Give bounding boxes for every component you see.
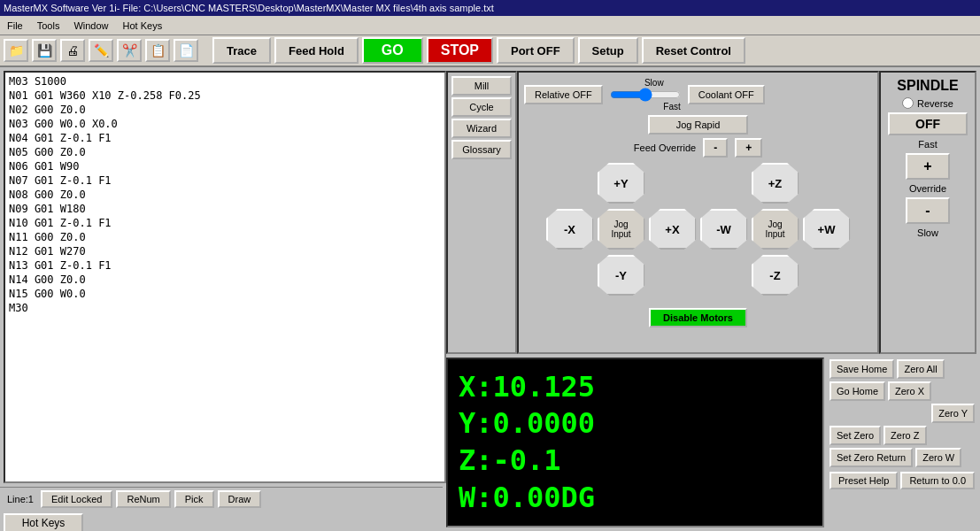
jog-input-right-button[interactable]: JogInput	[752, 209, 799, 250]
edit-locked-button[interactable]: Edit Locked	[41, 490, 112, 508]
minus-x-button[interactable]: -X	[546, 209, 594, 250]
fast-label: Fast	[663, 102, 680, 112]
zero-x-button[interactable]: Zero X	[888, 381, 931, 401]
minus-z-button[interactable]: -Z	[752, 255, 799, 296]
save-home-button[interactable]: Save Home	[830, 359, 894, 379]
code-line-12[interactable]: N12 G01 W270	[7, 244, 443, 258]
spindle-panel: SPINDLE Reverse OFF Fast + Override - Sl…	[879, 71, 976, 354]
jog-rapid-button[interactable]: Jog Rapid	[648, 115, 749, 135]
port-off-button[interactable]: Port OFF	[497, 37, 575, 64]
menu-file[interactable]: File	[4, 19, 27, 32]
feed-override-label: Feed Override	[634, 142, 696, 153]
code-line-4[interactable]: N04 G01 Z-0.1 F1	[7, 131, 443, 145]
code-line-9[interactable]: N09 G01 W180	[7, 202, 443, 216]
stop-button[interactable]: STOP	[427, 37, 493, 64]
reset-control-button[interactable]: Reset Control	[642, 37, 745, 64]
code-line-16[interactable]: M30	[7, 301, 443, 315]
spindle-reverse-row: Reverse	[902, 97, 953, 109]
toolbar: 📁 💾 🖨 ✏️ ✂️ 📋 📄 Trace Feed Hold GO STOP …	[0, 35, 980, 67]
jog-panel: Relative OFF Slow Fast Coolant OFF Jog R…	[517, 71, 879, 354]
spindle-reverse-label: Reverse	[917, 98, 953, 109]
coolant-off-button[interactable]: Coolant OFF	[688, 85, 765, 104]
return-to-zero-button[interactable]: Return to 0.0	[900, 472, 975, 489]
menu-tools[interactable]: Tools	[34, 19, 64, 32]
feed-override-minus[interactable]: -	[703, 138, 728, 158]
code-line-2[interactable]: N02 G00 Z0.0	[7, 103, 443, 117]
draw-button[interactable]: Draw	[218, 490, 262, 508]
menu-bar: File Tools Window Hot Keys	[0, 16, 980, 35]
code-line-0[interactable]: M03 S1000	[7, 74, 443, 88]
spindle-plus-button[interactable]: +	[906, 153, 950, 180]
code-panel-wrapper: M03 S1000 N01 G01 W360 X10 Z-0.258 F0.25…	[0, 67, 443, 531]
zero-y-button[interactable]: Zero Y	[931, 404, 975, 423]
spindle-reverse-radio[interactable]	[902, 97, 914, 109]
code-line-15[interactable]: N15 G00 W0.0	[7, 287, 443, 301]
set-zero-button[interactable]: Set Zero	[830, 426, 881, 445]
setup-button[interactable]: Setup	[578, 37, 638, 64]
code-editor[interactable]: M03 S1000 N01 G01 W360 X10 Z-0.258 F0.25…	[4, 71, 446, 483]
copy-icon-btn[interactable]: 📋	[145, 39, 170, 62]
code-line-8[interactable]: N08 G00 Z0.0	[7, 188, 443, 202]
minus-y-button[interactable]: -Y	[598, 255, 645, 296]
code-line-3[interactable]: N03 G00 W0.0 X0.0	[7, 117, 443, 131]
open-icon-btn[interactable]: 📁	[4, 39, 28, 62]
right-panel: Mill Cycle Wizard Glossary Relative OFF …	[443, 67, 980, 531]
minus-w-button[interactable]: -W	[700, 209, 748, 250]
y-position: Y:0.0000	[459, 405, 812, 442]
feed-hold-button[interactable]: Feed Hold	[274, 37, 359, 64]
paste-icon-btn[interactable]: 📄	[174, 39, 198, 62]
save-icon-btn[interactable]: 💾	[32, 39, 57, 62]
renum-button[interactable]: ReNum	[116, 490, 170, 508]
plus-y-button[interactable]: +Y	[598, 163, 645, 204]
disable-motors-button[interactable]: Disable Motors	[649, 308, 747, 327]
hot-keys-button[interactable]: Hot Keys	[4, 513, 83, 531]
spindle-title: SPINDLE	[897, 78, 958, 94]
slow-fast-slider[interactable]	[610, 88, 681, 102]
preset-help-button[interactable]: Preset Help	[830, 472, 898, 489]
code-line-11[interactable]: N11 G00 Z0.0	[7, 230, 443, 244]
title-text: MasterMX Software Ver 1i- File: C:\Users…	[4, 3, 494, 13]
plus-z-button[interactable]: +Z	[752, 163, 799, 204]
plus-w-button[interactable]: +W	[803, 209, 851, 250]
zero-all-button[interactable]: Zero All	[897, 359, 944, 379]
glossary-button[interactable]: Glossary	[451, 140, 512, 159]
cut-icon-btn[interactable]: ✂️	[117, 39, 142, 62]
trace-button[interactable]: Trace	[212, 37, 271, 64]
spindle-off-button[interactable]: OFF	[888, 112, 968, 135]
jog-input-left-button[interactable]: JogInput	[598, 209, 645, 250]
plus-x-button[interactable]: +X	[649, 209, 697, 250]
go-home-button[interactable]: Go Home	[830, 381, 885, 401]
feed-override-plus[interactable]: +	[735, 138, 762, 158]
mill-button[interactable]: Mill	[451, 76, 512, 96]
code-line-10[interactable]: N10 G01 Z-0.1 F1	[7, 216, 443, 230]
zero-z-button[interactable]: Zero Z	[884, 426, 926, 445]
position-buttons: Save Home Zero All Go Home Zero X Zero Y…	[828, 358, 976, 527]
code-line-7[interactable]: N07 G01 Z-0.1 F1	[7, 173, 443, 188]
go-button[interactable]: GO	[362, 37, 423, 64]
menu-window[interactable]: Window	[70, 19, 112, 32]
code-line-6[interactable]: N06 G01 W90	[7, 159, 443, 173]
set-zero-return-button[interactable]: Set Zero Return	[830, 448, 913, 467]
pick-button[interactable]: Pick	[174, 490, 214, 508]
z-position: Z:-0.1	[459, 442, 812, 480]
slow-label: Slow	[644, 78, 664, 88]
zero-w-button[interactable]: Zero W	[915, 448, 961, 467]
edit-icon-btn[interactable]: ✏️	[89, 39, 113, 62]
relative-off-button[interactable]: Relative OFF	[524, 85, 603, 104]
code-line-14[interactable]: N14 G00 Z0.0	[7, 273, 443, 287]
code-line-5[interactable]: N05 G00 Z0.0	[7, 145, 443, 159]
code-line-1[interactable]: N01 G01 W360 X10 Z-0.258 F0.25	[7, 88, 443, 103]
dro-area: X:10.125 Y:0.0000 Z:-0.1 W:0.00DG Save H…	[446, 358, 976, 527]
wizard-button[interactable]: Wizard	[451, 119, 512, 138]
menu-hotkeys[interactable]: Hot Keys	[120, 19, 166, 32]
cycle-button[interactable]: Cycle	[451, 97, 512, 117]
spindle-minus-button[interactable]: -	[906, 197, 950, 224]
print-icon-btn[interactable]: 🖨	[60, 39, 85, 62]
controls-top: Mill Cycle Wizard Glossary Relative OFF …	[446, 71, 976, 354]
override-label: Override	[909, 183, 946, 194]
mill-panel: Mill Cycle Wizard Glossary	[446, 71, 517, 354]
x-position: X:10.125	[459, 369, 812, 406]
line-number: Line:1	[4, 493, 37, 505]
code-line-13[interactable]: N13 G01 Z-0.1 F1	[7, 258, 443, 273]
dro-panel: X:10.125 Y:0.0000 Z:-0.1 W:0.00DG	[446, 358, 824, 527]
